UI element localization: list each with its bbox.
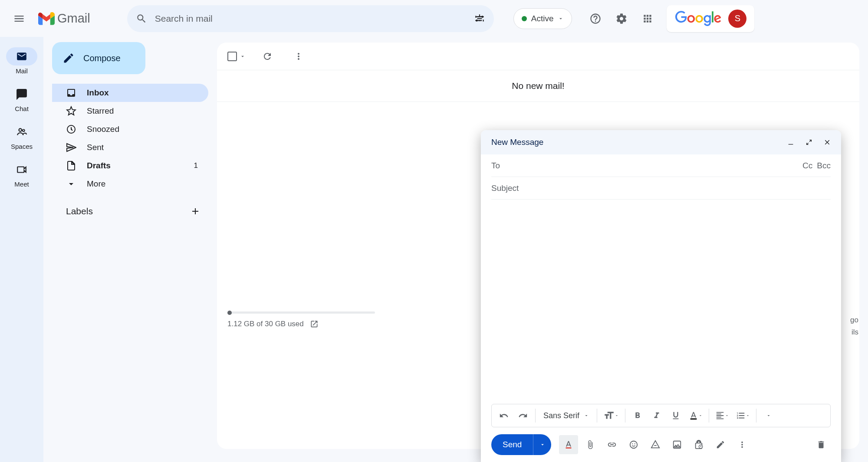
status-chip[interactable]: Active (513, 8, 572, 29)
chevron-down-icon (539, 442, 546, 448)
footer-right-text: go ils (850, 314, 858, 338)
sidebar-item-drafts[interactable]: Drafts 1 (52, 157, 208, 175)
more-vert-icon (737, 440, 747, 449)
app-rail: Mail Chat Spaces Meet (0, 37, 43, 462)
apps-grid-icon (642, 13, 653, 24)
discard-draft-button[interactable] (812, 435, 831, 454)
status-label: Active (531, 14, 554, 23)
search-bar[interactable] (127, 5, 494, 32)
emoji-icon (629, 440, 638, 449)
subject-field-row[interactable] (491, 177, 831, 200)
compose-label: Compose (83, 53, 121, 63)
bold-button[interactable] (629, 407, 646, 424)
refresh-button[interactable] (258, 47, 277, 66)
attach-button[interactable] (581, 435, 600, 454)
redo-icon (518, 411, 528, 420)
sidebar-item-starred[interactable]: Starred (52, 102, 208, 120)
expand-icon (806, 139, 812, 146)
gmail-logo[interactable]: Gmail (38, 11, 90, 26)
format-toolbar: Sans Serif (491, 404, 831, 427)
compose-body-textarea[interactable] (491, 205, 831, 399)
insert-drive-button[interactable] (646, 435, 665, 454)
close-compose-button[interactable] (820, 135, 834, 149)
more-button[interactable] (289, 47, 308, 66)
rail-item-chat[interactable]: Chat (3, 82, 40, 115)
drive-icon (651, 440, 660, 449)
fullscreen-button[interactable] (802, 135, 816, 149)
text-format-icon (564, 440, 573, 449)
apps-button[interactable] (637, 8, 658, 29)
sidebar-item-more[interactable]: More (52, 175, 208, 193)
support-button[interactable] (585, 8, 606, 29)
main-menu-button[interactable] (9, 8, 30, 29)
chevron-down-icon (746, 413, 750, 418)
sidebar: Compose Inbox Starred Snoozed Sent Draft… (43, 37, 217, 216)
underline-button[interactable] (667, 407, 684, 424)
svg-point-3 (481, 16, 483, 18)
confidential-button[interactable] (689, 435, 708, 454)
rail-item-spaces[interactable]: Spaces (3, 120, 40, 153)
insert-link-button[interactable] (602, 435, 621, 454)
insert-emoji-button[interactable] (624, 435, 643, 454)
clock-icon (66, 124, 76, 134)
bcc-button[interactable]: Bcc (817, 161, 831, 170)
gear-icon (615, 13, 628, 25)
formatting-toggle-button[interactable] (559, 435, 578, 454)
insert-signature-button[interactable] (711, 435, 730, 454)
svg-point-4 (19, 128, 22, 131)
rail-label: Mail (16, 67, 28, 75)
svg-point-10 (632, 443, 633, 444)
storage-text: 1.12 GB of 30 GB used (227, 320, 304, 328)
bold-icon (633, 411, 642, 420)
cc-button[interactable]: Cc (802, 161, 812, 170)
undo-button[interactable] (495, 407, 513, 424)
to-field-row[interactable]: To Cc Bcc (491, 154, 831, 177)
compose-header[interactable]: New Message (481, 130, 841, 154)
insert-photo-button[interactable] (667, 435, 687, 454)
add-label-button[interactable] (190, 206, 201, 216)
undo-icon (499, 411, 509, 420)
link-icon (607, 440, 617, 449)
subject-input[interactable] (491, 183, 831, 193)
compose-button[interactable]: Compose (52, 42, 145, 74)
lock-clock-icon (694, 440, 704, 449)
font-size-button[interactable] (601, 407, 621, 424)
list-icon (736, 411, 746, 420)
text-size-icon (603, 410, 615, 421)
send-options-button[interactable] (533, 434, 551, 455)
sidebar-item-snoozed[interactable]: Snoozed (52, 120, 208, 138)
send-icon (66, 142, 76, 153)
nav-label: Inbox (87, 88, 187, 98)
minimize-button[interactable] (784, 135, 798, 149)
rail-item-mail[interactable]: Mail (3, 45, 40, 77)
account-avatar[interactable]: S (728, 10, 746, 28)
chevron-down-icon (725, 413, 729, 418)
text-color-icon (689, 411, 698, 420)
text-color-button[interactable] (686, 407, 705, 424)
align-button[interactable] (713, 407, 732, 424)
status-dot-icon (522, 16, 527, 21)
rail-item-meet[interactable]: Meet (3, 158, 40, 190)
list-button[interactable] (733, 407, 753, 424)
select-all-checkbox[interactable] (227, 52, 246, 61)
more-format-button[interactable] (760, 407, 777, 424)
empty-mail-message: No new mail! (217, 70, 859, 102)
mail-toolbar (217, 43, 859, 70)
sidebar-item-inbox[interactable]: Inbox (52, 84, 208, 102)
redo-button[interactable] (514, 407, 532, 424)
settings-button[interactable] (611, 8, 632, 29)
chevron-down-icon (558, 16, 564, 22)
italic-button[interactable] (648, 407, 665, 424)
more-compose-button[interactable] (733, 435, 752, 454)
to-input[interactable] (510, 161, 802, 170)
open-in-new-icon[interactable] (310, 320, 319, 328)
font-selector[interactable]: Sans Serif (539, 407, 593, 424)
send-button[interactable]: Send (491, 434, 533, 455)
search-options-icon[interactable] (474, 13, 485, 24)
storage-bar (227, 311, 375, 314)
svg-point-2 (476, 19, 478, 21)
rail-label: Spaces (11, 143, 33, 150)
search-input[interactable] (155, 13, 474, 24)
google-account-area[interactable]: S (667, 5, 754, 32)
sidebar-item-sent[interactable]: Sent (52, 138, 208, 157)
